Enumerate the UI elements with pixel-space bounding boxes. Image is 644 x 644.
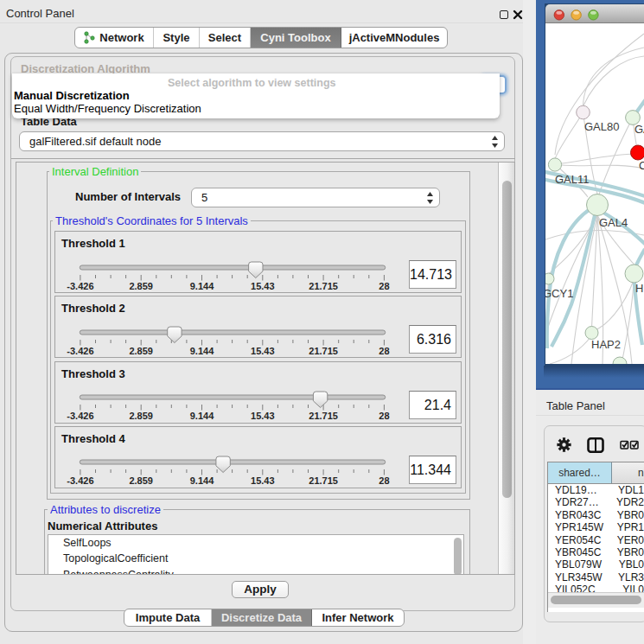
svg-text:GA: GA	[634, 123, 644, 136]
svg-text:GAL11: GAL11	[555, 173, 590, 186]
svg-text:GCY1: GCY1	[545, 287, 573, 300]
svg-text:C: C	[639, 159, 644, 172]
svg-text:GAL4: GAL4	[599, 216, 628, 229]
svg-text:HAP2: HAP2	[591, 338, 621, 351]
svg-text:GAL80: GAL80	[584, 120, 619, 133]
svg-text:H: H	[635, 282, 643, 295]
